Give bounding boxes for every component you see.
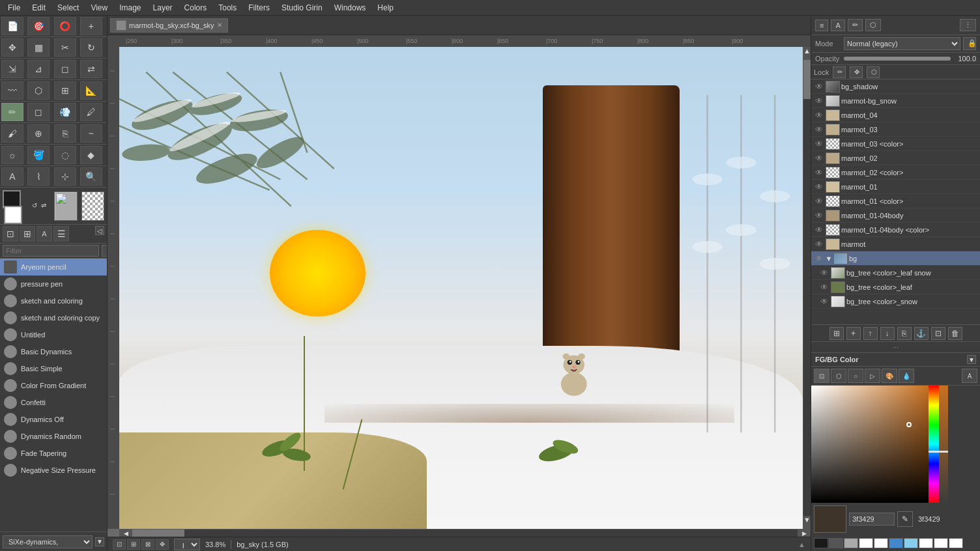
tool-free-select[interactable]: ⭕: [54, 17, 76, 35]
tool-pencil[interactable]: ✏: [1, 103, 23, 121]
tool-by-color[interactable]: +: [80, 17, 102, 35]
brush-item-aryeom-pencil[interactable]: Aryeom pencil: [0, 259, 107, 276]
mode-lock-btn[interactable]: 🔒: [963, 37, 976, 50]
vertical-scrollbar[interactable]: ▲ ▼: [803, 47, 811, 529]
color-hue-strip[interactable]: [929, 386, 939, 503]
layer-visibility-8[interactable]: 👁: [814, 196, 824, 206]
menu-item-tools[interactable]: Tools: [213, 2, 242, 14]
tool-heal[interactable]: ⊕: [27, 124, 50, 143]
layer-marmot[interactable]: 👁 marmot: [811, 237, 980, 251]
preset-0[interactable]: [814, 538, 828, 548]
tool-opt-extra[interactable]: ⋮: [960, 19, 976, 31]
layer-duplicate-btn[interactable]: ⎘: [897, 327, 912, 340]
menu-item-windows[interactable]: Windows: [329, 2, 371, 14]
status-nav-4[interactable]: ✥: [156, 539, 169, 550]
tool-zoom[interactable]: 🔍: [80, 167, 102, 186]
tool-eraser[interactable]: ◻: [27, 103, 50, 121]
tool-move[interactable]: ✥: [1, 38, 23, 57]
layer-visibility-13[interactable]: 👁: [819, 268, 829, 278]
layer-visibility-7[interactable]: 👁: [814, 182, 824, 192]
menu-item-colors[interactable]: Colors: [179, 2, 212, 14]
tool-opt-transform[interactable]: ⬡: [865, 19, 881, 31]
tool-seamless[interactable]: ⊞: [54, 81, 76, 100]
dynamics-expand-btn[interactable]: ▼: [95, 537, 104, 546]
lock-position-btn[interactable]: ✥: [850, 66, 863, 78]
menu-item-help[interactable]: Help: [372, 2, 399, 14]
layer-anchor-btn[interactable]: ⚓: [914, 327, 929, 340]
tool-extra-1[interactable]: ⊡: [3, 226, 18, 242]
tool-extra-3[interactable]: A: [36, 226, 52, 242]
preset-1[interactable]: [829, 538, 843, 548]
tool-ink[interactable]: 🖊: [80, 103, 102, 121]
menu-item-layer[interactable]: Layer: [148, 2, 178, 14]
tool-shear[interactable]: ⊿: [27, 60, 50, 78]
tool-new-file[interactable]: 📄: [1, 17, 23, 35]
menu-item-view[interactable]: View: [85, 2, 113, 14]
layer-marmot-01[interactable]: 👁 marmot_01: [811, 180, 980, 194]
tool-airbrush[interactable]: 💨: [54, 103, 76, 121]
scroll-left-btn[interactable]: ◀: [119, 530, 132, 537]
tool-bucket[interactable]: 🪣: [27, 146, 50, 164]
tool-fuzzy-select[interactable]: 🎯: [27, 17, 50, 35]
reset-colors-icon[interactable]: ↺: [32, 202, 40, 210]
layer-raise-btn[interactable]: ↑: [863, 327, 878, 340]
layer-visibility-4[interactable]: 👁: [814, 139, 824, 149]
layer-marmot-03-color[interactable]: 👁 marmot_03 <color>: [811, 137, 980, 151]
layer-merge-btn[interactable]: ⊡: [931, 327, 945, 340]
lock-alpha-btn[interactable]: ⬡: [867, 66, 880, 78]
layer-marmot-01-04body[interactable]: 👁 marmot_01-04body: [811, 208, 980, 223]
layer-visibility-0[interactable]: 👁: [814, 81, 824, 92]
layer-bg-shadow[interactable]: 👁 bg_shadow: [811, 79, 980, 94]
brush-filter-btn[interactable]: ▼: [102, 245, 108, 257]
brush-item-basic-simple[interactable]: Basic Simple: [0, 360, 107, 377]
layer-bg[interactable]: 👁 ▼ bg: [811, 251, 980, 266]
tool-mypaint[interactable]: 🖌: [1, 124, 23, 143]
layer-new-group-btn[interactable]: ⊞: [829, 327, 844, 340]
brush-item-negative-size-pressure[interactable]: Negative Size Pressure: [0, 462, 107, 479]
tool-opt-pencil[interactable]: ✏: [848, 19, 863, 31]
tool-transform[interactable]: ↻: [80, 38, 102, 57]
tool-paint-text[interactable]: A: [1, 167, 23, 186]
tool-warp[interactable]: 〰: [1, 81, 23, 100]
tool-smudge[interactable]: ~: [80, 124, 102, 143]
color-mode-wheel[interactable]: ○: [848, 369, 863, 383]
scroll-right-btn[interactable]: ▶: [798, 530, 811, 537]
preset-4[interactable]: [874, 538, 888, 548]
unit-select[interactable]: px: [174, 539, 200, 550]
tool-measure[interactable]: 📐: [80, 81, 102, 100]
tool-paths[interactable]: ⌇: [27, 167, 50, 186]
brush-item-dynamics-off[interactable]: Dynamics Off: [0, 411, 107, 428]
status-nav-2[interactable]: ⊞: [127, 539, 140, 550]
brush-item-dynamics-random[interactable]: Dynamics Random: [0, 428, 107, 445]
tool-extra-4[interactable]: ☰: [53, 226, 69, 242]
brush-item-fade-tapering[interactable]: Fade Tapering: [0, 445, 107, 462]
dynamics-select[interactable]: SiXe-dynamics,: [3, 535, 93, 548]
preset-5[interactable]: [889, 538, 903, 548]
brush-item-untitled[interactable]: Untitled: [0, 326, 107, 343]
background-color-swatch[interactable]: [4, 206, 22, 224]
lock-pixels-btn[interactable]: ✏: [833, 66, 846, 78]
layer-visibility-15[interactable]: 👁: [819, 296, 829, 307]
preset-2[interactable]: [844, 538, 858, 548]
tool-scale[interactable]: ⇲: [1, 60, 23, 78]
layer-visibility-14[interactable]: 👁: [819, 282, 829, 292]
menu-item-edit[interactable]: Edit: [27, 2, 51, 14]
hex-color-input[interactable]: [849, 513, 895, 526]
tool-perspective[interactable]: ◻: [54, 60, 76, 78]
color-pick-btn[interactable]: ✎: [897, 511, 913, 527]
preset-6[interactable]: [904, 538, 918, 548]
layer-delete-btn[interactable]: 🗑: [948, 327, 962, 340]
mode-select[interactable]: Normal (legacy): [844, 37, 960, 50]
tool-dodge[interactable]: ☼: [1, 146, 23, 164]
tool-colorpicker[interactable]: ⊹: [54, 167, 76, 186]
layer-marmot-04[interactable]: 👁 marmot_04: [811, 108, 980, 122]
scroll-down-btn[interactable]: ▼: [803, 516, 811, 529]
layer-marmot-01-04body-color[interactable]: 👁 marmot_01-04body <color>: [811, 223, 980, 237]
layer-marmot-bg-snow[interactable]: 👁 marmot-bg_snow: [811, 94, 980, 108]
canvas-viewport[interactable]: | | | | | | | | | | | | |: [108, 47, 811, 529]
layer-marmot-02-color[interactable]: 👁 marmot_02 <color>: [811, 165, 980, 180]
layer-marmot-03[interactable]: 👁 marmot_03: [811, 122, 980, 137]
brush-item-confetti[interactable]: Confetti: [0, 394, 107, 411]
layer-visibility-10[interactable]: 👁: [814, 225, 824, 235]
tool-opt-a[interactable]: A: [831, 20, 844, 31]
